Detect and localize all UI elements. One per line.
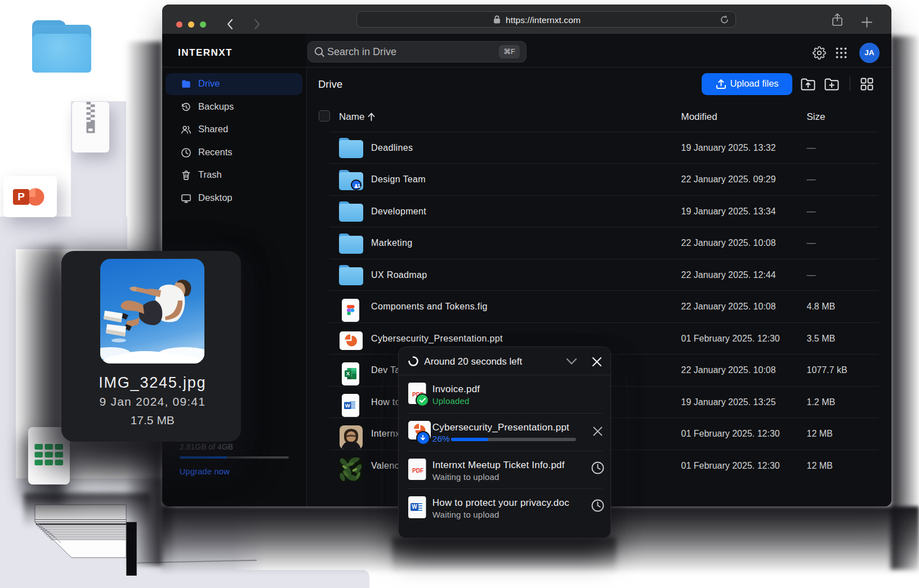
svg-text:PDF: PDF bbox=[412, 468, 423, 474]
svg-text:W: W bbox=[345, 402, 350, 409]
svg-text:X: X bbox=[346, 371, 349, 376]
svg-text:W: W bbox=[412, 504, 417, 510]
svg-text:P: P bbox=[17, 191, 25, 203]
